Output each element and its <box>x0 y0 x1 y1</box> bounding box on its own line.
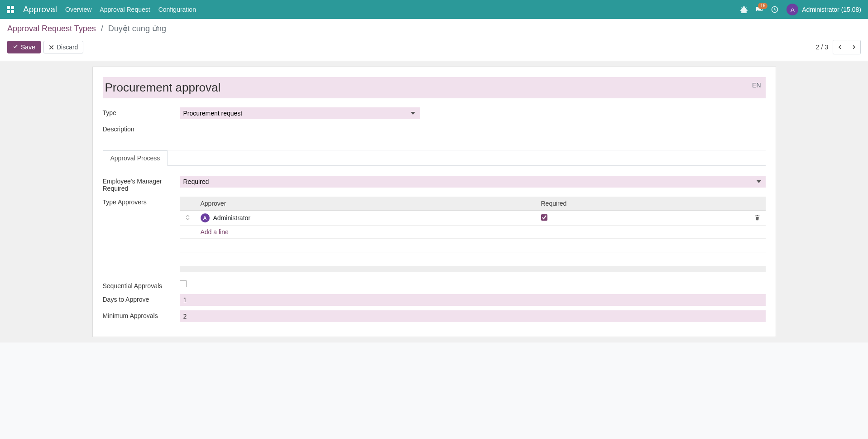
messages-badge: 16 <box>758 3 767 9</box>
sheet-background: EN Type Procurement request Description … <box>0 61 868 343</box>
activity-icon[interactable] <box>771 6 778 13</box>
add-line-button[interactable]: Add a line <box>201 228 229 236</box>
breadcrumb-current: Duyệt cung ứng <box>108 24 166 33</box>
pager: 2 / 3 <box>816 40 861 54</box>
table-row[interactable]: A Administrator <box>180 211 766 226</box>
app-title: Approval <box>23 5 57 14</box>
description-label: Description <box>103 124 180 133</box>
approvers-table: Approver Required <box>180 197 766 266</box>
type-approvers-label: Type Approvers <box>103 197 180 206</box>
discard-button[interactable]: Discard <box>43 41 83 53</box>
description-field[interactable] <box>180 124 766 142</box>
table-footer <box>180 266 766 272</box>
days-label: Days to Approve <box>103 294 180 303</box>
col-required[interactable]: Required <box>537 197 749 211</box>
sequential-label: Sequential Approvals <box>103 280 180 289</box>
debug-icon[interactable] <box>740 6 748 13</box>
min-approvals-input[interactable] <box>180 310 766 322</box>
control-panel: Approval Request Types / Duyệt cung ứng … <box>0 19 868 61</box>
user-menu[interactable]: A Administrator (15.08) <box>786 4 861 15</box>
type-label: Type <box>103 107 180 116</box>
pager-prev[interactable] <box>833 40 847 54</box>
nav-overview[interactable]: Overview <box>65 6 91 13</box>
approver-name[interactable]: Administrator <box>213 214 250 222</box>
name-input[interactable] <box>103 77 766 98</box>
min-approvals-label: Minimum Approvals <box>103 310 180 319</box>
messages-icon[interactable]: 16 <box>756 6 763 13</box>
type-select[interactable]: Procurement request <box>180 107 420 119</box>
sequential-checkbox[interactable] <box>180 280 187 287</box>
translate-button[interactable]: EN <box>752 82 761 89</box>
approver-avatar: A <box>201 213 210 222</box>
days-input[interactable] <box>180 294 766 306</box>
form-sheet: EN Type Procurement request Description … <box>92 67 776 337</box>
avatar: A <box>786 4 798 15</box>
col-approver[interactable]: Approver <box>196 197 537 211</box>
delete-row-icon[interactable] <box>754 214 760 222</box>
top-navbar: Approval Overview Approval Request Confi… <box>0 0 868 19</box>
breadcrumb-parent[interactable]: Approval Request Types <box>7 24 96 33</box>
manager-required-label: Employee's Manager Required <box>103 176 180 192</box>
save-button[interactable]: Save <box>7 41 41 53</box>
pager-next[interactable] <box>847 40 860 54</box>
add-line-row: Add a line <box>180 226 766 239</box>
nav-configuration[interactable]: Configuration <box>158 6 196 13</box>
tabs: Approval Process <box>103 150 766 166</box>
manager-required-select[interactable]: Required <box>180 176 766 188</box>
breadcrumb: Approval Request Types / Duyệt cung ứng <box>7 24 861 34</box>
nav-approval-request[interactable]: Approval Request <box>100 6 150 13</box>
user-name-label: Administrator (15.08) <box>802 6 861 13</box>
pager-count[interactable]: 2 / 3 <box>816 43 828 51</box>
required-checkbox[interactable] <box>541 214 547 221</box>
apps-icon[interactable] <box>7 6 14 13</box>
tab-approval-process[interactable]: Approval Process <box>103 150 168 166</box>
drag-handle-icon[interactable] <box>180 211 196 226</box>
